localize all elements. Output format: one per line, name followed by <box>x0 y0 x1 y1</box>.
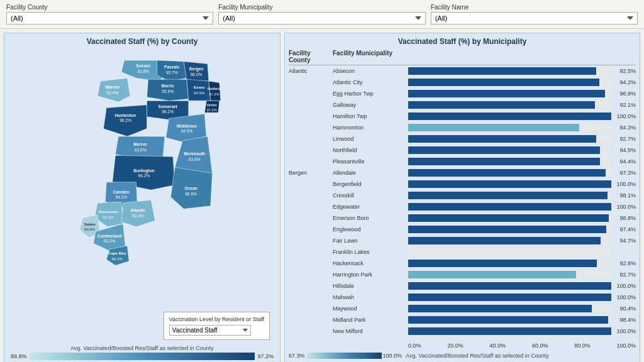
svg-text:Warren: Warren <box>105 85 119 89</box>
table-row[interactable]: Harrington Park 82.7% <box>289 269 636 280</box>
svg-text:97.2%: 97.2% <box>209 92 219 96</box>
table-row[interactable]: Hillsdale 100.0% <box>289 280 636 292</box>
table-row[interactable]: Bergen Allendale 97.3% <box>289 167 636 178</box>
table-row[interactable]: Northfield 94.5% <box>289 145 636 156</box>
bar-track <box>408 135 611 143</box>
facility-municipality-filter: Facility Municipality (All) <box>218 4 425 25</box>
svg-text:Gloucester: Gloucester <box>98 209 119 214</box>
facility-municipality-select[interactable]: (All) <box>218 12 425 25</box>
bar-value: 98.1% <box>613 192 636 199</box>
table-scroll[interactable]: Atlantic Absecon 92.5% Atlantic City 94.… <box>289 65 636 343</box>
cell-municipality: Englewood <box>333 226 408 233</box>
bar-value: 98.4% <box>613 317 636 323</box>
bar-track <box>408 112 611 120</box>
color-bar <box>30 353 255 360</box>
bar-value: 94.2% <box>613 79 636 85</box>
table-row[interactable]: Edgewater 100.0% <box>289 201 636 212</box>
table-row[interactable]: Maywood 90.4% <box>289 303 636 314</box>
cell-bar: 98.1% <box>408 190 636 200</box>
table-row[interactable]: Hammonton 84.3% <box>289 122 636 133</box>
rb-max: 100.0% <box>383 353 402 359</box>
bar-value: 96.9% <box>613 90 636 97</box>
bar-fill <box>408 305 592 312</box>
bar-value: 92.1% <box>613 102 636 108</box>
cell-bar: 94.5% <box>408 145 636 155</box>
bar-fill <box>408 237 601 244</box>
cell-municipality: Franklin Lakes <box>333 249 408 255</box>
bar-value: 92.5% <box>613 68 636 74</box>
bar-fill <box>408 124 579 131</box>
facility-municipality-label: Facility Municipality <box>218 4 425 11</box>
svg-marker-18 <box>209 81 221 101</box>
table-row[interactable]: Fair Lawn 94.7% <box>289 235 636 246</box>
bar-value: 100.0% <box>613 204 636 210</box>
svg-text:Ocean: Ocean <box>184 186 197 190</box>
facility-name-filter: Facility Name (All) <box>431 4 638 25</box>
table-row[interactable]: Midland Park 98.4% <box>289 314 636 326</box>
table-row[interactable]: Pleasantville 94.4% <box>289 156 636 167</box>
svg-text:95.9%: 95.9% <box>162 89 174 94</box>
cell-municipality: Linwood <box>333 136 408 142</box>
svg-text:Monmouth: Monmouth <box>184 151 205 156</box>
bar-track <box>408 316 611 324</box>
bar-track <box>408 158 611 165</box>
table-row[interactable]: Bergenfield 100.0% <box>289 178 636 190</box>
svg-text:Camden: Camden <box>113 190 130 194</box>
cell-municipality: Harrington Park <box>333 272 408 278</box>
svg-text:95.7%: 95.7% <box>166 70 178 75</box>
bar-fill <box>408 79 599 86</box>
table-row[interactable]: Atlantic City 94.2% <box>289 77 636 88</box>
bar-fill <box>408 271 576 278</box>
table-row[interactable]: Egg Harbor Twp 96.9% <box>289 88 636 99</box>
svg-text:96.2%: 96.2% <box>138 173 150 178</box>
cell-municipality: Hackensack <box>333 260 408 266</box>
bar-track <box>408 90 611 97</box>
facility-county-select[interactable]: (All) <box>6 12 213 25</box>
cell-county: Atlantic <box>289 68 333 74</box>
bar-fill <box>408 282 611 290</box>
svg-text:97.2%: 97.2% <box>207 108 217 112</box>
cell-bar: 92.1% <box>408 99 636 110</box>
cell-bar: 92.7% <box>408 133 636 144</box>
cell-municipality: Atlantic City <box>333 79 408 85</box>
table-row[interactable]: Mahwah 100.0% <box>289 292 636 303</box>
table-row[interactable]: New Milford 100.0% <box>289 326 636 337</box>
svg-text:94.5%: 94.5% <box>181 129 193 133</box>
cell-municipality: Hamilton Twp <box>333 113 408 119</box>
table-row[interactable]: Emerson Boro 98.8% <box>289 212 636 224</box>
bar-value: 98.8% <box>613 215 636 221</box>
cell-bar: 100.0% <box>408 280 636 291</box>
right-panel: Vaccinated Staff (%) by Municipality Fac… <box>284 33 640 362</box>
color-bar-min: 89.8% <box>11 353 27 359</box>
table-row[interactable]: Hackensack 92.8% <box>289 258 636 269</box>
nj-map: Sussex 92.8% Passaic 95.7% Bergen 96.0% … <box>54 48 230 268</box>
bar-track <box>408 237 611 244</box>
table-row[interactable]: Franklin Lakes <box>289 246 636 258</box>
table-row[interactable]: Englewood 97.4% <box>289 224 636 235</box>
table-row[interactable]: Atlantic Absecon 92.5% <box>289 65 636 77</box>
svg-text:93.6%: 93.6% <box>135 148 147 152</box>
bar-track <box>408 226 611 233</box>
table-row[interactable]: Galloway 92.1% <box>289 99 636 111</box>
cell-municipality: Midland Park <box>333 317 408 323</box>
bar-track <box>408 192 611 199</box>
bar-value: 97.3% <box>613 170 636 176</box>
filter-bar: Facility County (All) Facility Municipal… <box>0 0 644 29</box>
bar-track <box>408 214 611 222</box>
svg-text:Bergen: Bergen <box>189 67 204 72</box>
color-bar-wrap: 89.8% 97.2% <box>11 353 274 360</box>
facility-name-select[interactable]: (All) <box>431 12 638 25</box>
bar-fill <box>408 192 608 199</box>
table-row[interactable]: Hamilton Twp 100.0% <box>289 111 636 122</box>
bar-track <box>408 101 611 109</box>
color-bar-container: Avg. Vaccinated/Boosted Res/Staff as sel… <box>4 345 280 360</box>
svg-text:96.0%: 96.0% <box>191 72 203 77</box>
table-row[interactable]: Cresskill 98.1% <box>289 190 636 201</box>
cell-bar <box>408 246 636 257</box>
cell-municipality: Mahwah <box>333 294 408 300</box>
legend-select[interactable]: Vaccinated Staff <box>169 325 251 336</box>
col-bar-header <box>408 50 636 63</box>
legend-title: Vaccination Level by Resident or Staff <box>169 316 264 322</box>
cell-municipality: Fair Lawn <box>333 238 408 244</box>
table-row[interactable]: Linwood 92.7% <box>289 133 636 145</box>
